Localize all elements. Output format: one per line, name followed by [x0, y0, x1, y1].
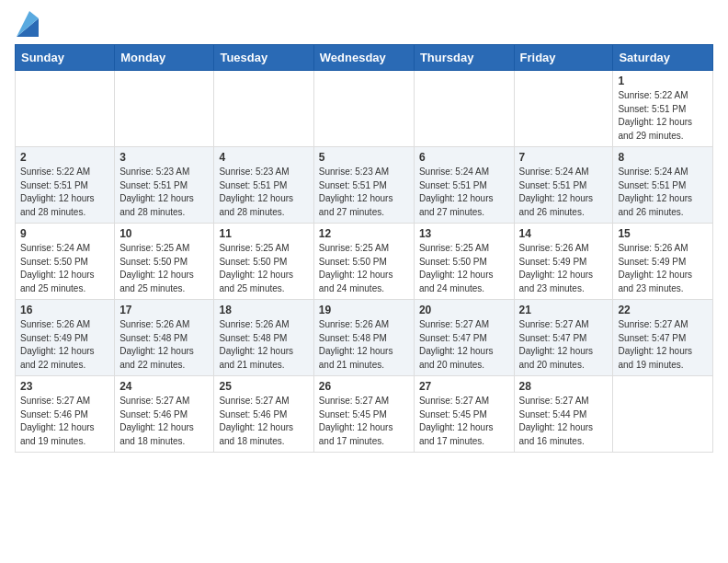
day-info: Sunrise: 5:27 AM Sunset: 5:47 PM Dayligh… — [618, 318, 708, 372]
day-number: 13 — [419, 227, 509, 240]
day-number: 12 — [319, 227, 409, 240]
day-number: 6 — [419, 151, 509, 164]
calendar-cell: 11Sunrise: 5:25 AM Sunset: 5:50 PM Dayli… — [214, 224, 313, 300]
day-number: 27 — [419, 380, 509, 393]
calendar-cell: 25Sunrise: 5:27 AM Sunset: 5:46 PM Dayli… — [214, 376, 313, 453]
calendar-header-monday: Monday — [115, 45, 214, 71]
calendar-week-row: 2Sunrise: 5:22 AM Sunset: 5:51 PM Daylig… — [16, 147, 713, 224]
calendar-header-wednesday: Wednesday — [313, 45, 414, 71]
day-number: 15 — [618, 227, 708, 240]
day-info: Sunrise: 5:24 AM Sunset: 5:51 PM Dayligh… — [519, 166, 609, 219]
day-number: 9 — [20, 227, 109, 240]
day-info: Sunrise: 5:22 AM Sunset: 5:51 PM Dayligh… — [618, 89, 708, 143]
day-info: Sunrise: 5:27 AM Sunset: 5:47 PM Dayligh… — [519, 318, 609, 372]
day-info: Sunrise: 5:27 AM Sunset: 5:46 PM Dayligh… — [119, 395, 209, 448]
calendar-cell: 3Sunrise: 5:23 AM Sunset: 5:51 PM Daylig… — [115, 147, 214, 224]
calendar-header-friday: Friday — [514, 45, 613, 71]
calendar-cell: 15Sunrise: 5:26 AM Sunset: 5:49 PM Dayli… — [613, 224, 713, 300]
calendar-cell: 19Sunrise: 5:26 AM Sunset: 5:48 PM Dayli… — [313, 300, 414, 376]
calendar-cell — [514, 71, 613, 147]
day-number: 17 — [119, 304, 209, 316]
day-number: 5 — [319, 151, 409, 164]
calendar-cell — [16, 71, 115, 147]
day-info: Sunrise: 5:23 AM Sunset: 5:51 PM Dayligh… — [219, 166, 308, 219]
calendar-cell: 2Sunrise: 5:22 AM Sunset: 5:51 PM Daylig… — [16, 147, 115, 224]
day-number: 8 — [618, 151, 708, 164]
day-info: Sunrise: 5:22 AM Sunset: 5:51 PM Dayligh… — [20, 166, 109, 219]
calendar-cell: 26Sunrise: 5:27 AM Sunset: 5:45 PM Dayli… — [313, 376, 414, 453]
calendar-cell — [313, 71, 414, 147]
calendar-cell: 14Sunrise: 5:26 AM Sunset: 5:49 PM Dayli… — [514, 224, 613, 300]
calendar-cell: 8Sunrise: 5:24 AM Sunset: 5:51 PM Daylig… — [613, 147, 713, 224]
calendar-week-row: 23Sunrise: 5:27 AM Sunset: 5:46 PM Dayli… — [16, 376, 713, 453]
page: SundayMondayTuesdayWednesdayThursdayFrid… — [0, 0, 728, 467]
day-number: 4 — [219, 151, 308, 164]
calendar-cell: 12Sunrise: 5:25 AM Sunset: 5:50 PM Dayli… — [313, 224, 414, 300]
header — [15, 15, 713, 37]
calendar-cell: 1Sunrise: 5:22 AM Sunset: 5:51 PM Daylig… — [613, 71, 713, 147]
calendar-cell: 18Sunrise: 5:26 AM Sunset: 5:48 PM Dayli… — [214, 300, 313, 376]
day-info: Sunrise: 5:24 AM Sunset: 5:51 PM Dayligh… — [618, 166, 708, 219]
calendar-cell — [414, 71, 514, 147]
day-number: 28 — [519, 380, 609, 393]
day-info: Sunrise: 5:27 AM Sunset: 5:46 PM Dayligh… — [20, 395, 109, 448]
day-number: 21 — [519, 304, 609, 316]
calendar-header-sunday: Sunday — [16, 45, 115, 71]
logo — [15, 18, 39, 37]
day-info: Sunrise: 5:25 AM Sunset: 5:50 PM Dayligh… — [319, 242, 409, 295]
calendar-cell: 27Sunrise: 5:27 AM Sunset: 5:45 PM Dayli… — [414, 376, 514, 453]
calendar-cell — [115, 71, 214, 147]
calendar-cell: 22Sunrise: 5:27 AM Sunset: 5:47 PM Dayli… — [613, 300, 713, 376]
calendar-cell: 5Sunrise: 5:23 AM Sunset: 5:51 PM Daylig… — [313, 147, 414, 224]
day-info: Sunrise: 5:27 AM Sunset: 5:44 PM Dayligh… — [519, 395, 609, 448]
calendar-cell: 28Sunrise: 5:27 AM Sunset: 5:44 PM Dayli… — [514, 376, 613, 453]
calendar-cell: 7Sunrise: 5:24 AM Sunset: 5:51 PM Daylig… — [514, 147, 613, 224]
day-number: 20 — [419, 304, 509, 316]
day-number: 3 — [119, 151, 209, 164]
calendar-cell: 21Sunrise: 5:27 AM Sunset: 5:47 PM Dayli… — [514, 300, 613, 376]
logo-icon — [17, 11, 39, 37]
day-info: Sunrise: 5:23 AM Sunset: 5:51 PM Dayligh… — [319, 166, 409, 219]
day-number: 14 — [519, 227, 609, 240]
calendar-cell: 20Sunrise: 5:27 AM Sunset: 5:47 PM Dayli… — [414, 300, 514, 376]
calendar-cell — [613, 376, 713, 453]
day-info: Sunrise: 5:24 AM Sunset: 5:51 PM Dayligh… — [419, 166, 509, 219]
day-info: Sunrise: 5:25 AM Sunset: 5:50 PM Dayligh… — [119, 242, 209, 295]
calendar-cell: 10Sunrise: 5:25 AM Sunset: 5:50 PM Dayli… — [115, 224, 214, 300]
day-number: 26 — [319, 380, 409, 393]
day-number: 25 — [219, 380, 308, 393]
calendar-cell: 23Sunrise: 5:27 AM Sunset: 5:46 PM Dayli… — [16, 376, 115, 453]
day-info: Sunrise: 5:23 AM Sunset: 5:51 PM Dayligh… — [119, 166, 209, 219]
day-number: 16 — [20, 304, 109, 316]
day-number: 11 — [219, 227, 308, 240]
day-info: Sunrise: 5:25 AM Sunset: 5:50 PM Dayligh… — [219, 242, 308, 295]
day-info: Sunrise: 5:26 AM Sunset: 5:49 PM Dayligh… — [618, 242, 708, 295]
day-number: 23 — [20, 380, 109, 393]
calendar-cell: 6Sunrise: 5:24 AM Sunset: 5:51 PM Daylig… — [414, 147, 514, 224]
day-info: Sunrise: 5:27 AM Sunset: 5:46 PM Dayligh… — [219, 395, 308, 448]
day-number: 10 — [119, 227, 209, 240]
calendar-table: SundayMondayTuesdayWednesdayThursdayFrid… — [15, 44, 713, 453]
day-info: Sunrise: 5:27 AM Sunset: 5:45 PM Dayligh… — [419, 395, 509, 448]
day-number: 18 — [219, 304, 308, 316]
calendar-week-row: 16Sunrise: 5:26 AM Sunset: 5:49 PM Dayli… — [16, 300, 713, 376]
calendar-header-saturday: Saturday — [613, 45, 713, 71]
calendar-week-row: 9Sunrise: 5:24 AM Sunset: 5:50 PM Daylig… — [16, 224, 713, 300]
calendar-cell: 16Sunrise: 5:26 AM Sunset: 5:49 PM Dayli… — [16, 300, 115, 376]
day-number: 2 — [20, 151, 109, 164]
calendar-cell: 24Sunrise: 5:27 AM Sunset: 5:46 PM Dayli… — [115, 376, 214, 453]
day-info: Sunrise: 5:26 AM Sunset: 5:48 PM Dayligh… — [219, 318, 308, 372]
day-info: Sunrise: 5:26 AM Sunset: 5:48 PM Dayligh… — [319, 318, 409, 372]
calendar-header-thursday: Thursday — [414, 45, 514, 71]
day-info: Sunrise: 5:26 AM Sunset: 5:49 PM Dayligh… — [20, 318, 109, 372]
calendar-cell — [214, 71, 313, 147]
calendar-week-row: 1Sunrise: 5:22 AM Sunset: 5:51 PM Daylig… — [16, 71, 713, 147]
calendar-header-tuesday: Tuesday — [214, 45, 313, 71]
day-info: Sunrise: 5:27 AM Sunset: 5:45 PM Dayligh… — [319, 395, 409, 448]
calendar-cell: 13Sunrise: 5:25 AM Sunset: 5:50 PM Dayli… — [414, 224, 514, 300]
day-info: Sunrise: 5:26 AM Sunset: 5:48 PM Dayligh… — [119, 318, 209, 372]
day-number: 7 — [519, 151, 609, 164]
day-number: 1 — [618, 75, 708, 87]
calendar-cell: 4Sunrise: 5:23 AM Sunset: 5:51 PM Daylig… — [214, 147, 313, 224]
calendar-cell: 9Sunrise: 5:24 AM Sunset: 5:50 PM Daylig… — [16, 224, 115, 300]
